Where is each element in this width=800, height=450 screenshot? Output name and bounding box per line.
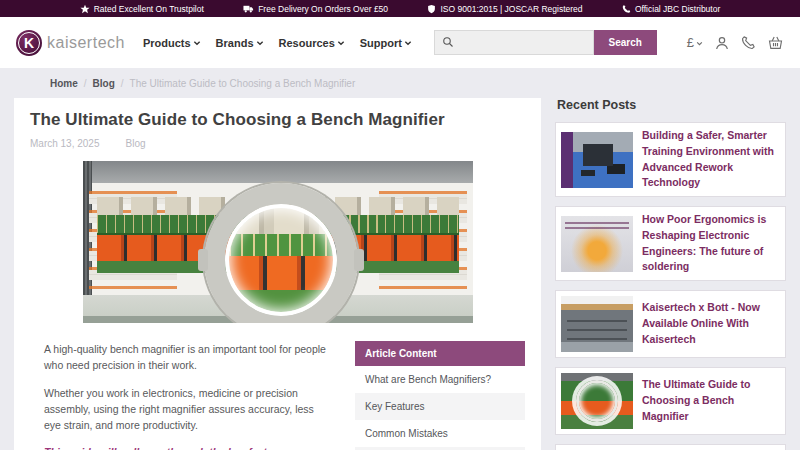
search-icon — [442, 34, 454, 52]
breadcrumb-separator: / — [121, 78, 124, 89]
toc-header: Article Content — [355, 341, 525, 366]
chevron-down-icon — [256, 37, 264, 49]
header-icon-group: £ — [687, 35, 784, 51]
currency-symbol: £ — [687, 35, 694, 50]
topbar-trustpilot-link[interactable]: Rated Excellent On Trustpilot — [80, 4, 204, 14]
phone-icon — [622, 4, 631, 14]
nav-label: Support — [360, 37, 402, 49]
article-date: March 13, 2025 — [30, 138, 100, 149]
chevron-down-icon — [193, 37, 201, 49]
magnifier-ring — [204, 183, 358, 323]
recent-post-link[interactable]: Introducing Vision Engineering's New 4K … — [555, 444, 786, 450]
nav-products[interactable]: Products — [143, 37, 201, 49]
account-icon[interactable] — [714, 35, 730, 51]
phone-icon[interactable] — [741, 35, 756, 50]
post-thumbnail — [561, 216, 633, 272]
toc-item-key-features[interactable]: Key Features — [355, 393, 525, 420]
nav-label: Brands — [216, 37, 254, 49]
page-title: The Ultimate Guide to Choosing a Bench M… — [30, 110, 525, 130]
article-content-box: Article Content What are Bench Magnifier… — [355, 341, 525, 450]
search-bar: Search — [434, 30, 657, 55]
recent-post-link[interactable]: How Poor Ergonomics is Reshaping Electro… — [555, 206, 786, 281]
brand-name: kaisertech — [47, 34, 125, 52]
nav-brands[interactable]: Brands — [216, 37, 264, 49]
breadcrumb-home[interactable]: Home — [50, 78, 78, 89]
topbar-delivery-link[interactable]: Free Delivery On Orders Over £50 — [243, 4, 388, 14]
paragraph: Whether you work in electronics, medicin… — [44, 385, 332, 434]
nav-label: Resources — [279, 37, 335, 49]
breadcrumb-current: The Ultimate Guide to Choosing a Bench M… — [130, 78, 356, 89]
topbar-label: Rated Excellent On Trustpilot — [94, 4, 204, 14]
chevron-down-icon — [404, 37, 412, 49]
star-icon — [80, 4, 90, 14]
post-title: Kaisertech x Bott - Now Available Online… — [642, 300, 780, 347]
post-title: How Poor Ergonomics is Reshaping Electro… — [642, 212, 780, 275]
post-title: The Ultimate Guide to Choosing a Bench M… — [642, 377, 780, 424]
post-thumbnail — [561, 132, 633, 188]
post-thumbnail — [561, 296, 633, 352]
highlight-paragraph: This guide will walk you through the key… — [44, 444, 332, 450]
article-category: Blog — [126, 138, 146, 149]
chevron-down-icon — [337, 37, 345, 49]
recent-post-link[interactable]: Kaisertech x Bott - Now Available Online… — [555, 290, 786, 358]
topbar-label: Free Delivery On Orders Over £50 — [258, 4, 388, 14]
nav-resources[interactable]: Resources — [279, 37, 345, 49]
hero-image-bench-magnifier — [83, 161, 473, 323]
utility-topbar: Rated Excellent On Trustpilot Free Deliv… — [0, 0, 800, 17]
main-header: K kaisertech Products Brands Resources S… — [0, 17, 800, 68]
kaisertech-logo[interactable]: K kaisertech — [16, 30, 125, 56]
topbar-label: Official JBC Distributor — [635, 4, 720, 14]
post-title: Building a Safer, Smarter Training Envir… — [642, 128, 780, 191]
sidebar-title: Recent Posts — [557, 98, 786, 112]
basket-icon[interactable] — [767, 35, 784, 51]
toc-item-common-mistakes[interactable]: Common Mistakes — [355, 420, 525, 447]
recent-post-link[interactable]: Building a Safer, Smarter Training Envir… — [555, 122, 786, 197]
topbar-label: ISO 9001:2015 | JOSCAR Registered — [440, 4, 582, 14]
main-nav: Products Brands Resources Support — [143, 37, 412, 49]
article-meta: March 13, 2025 Blog — [30, 138, 525, 149]
post-thumbnail — [561, 373, 633, 429]
truck-icon — [243, 4, 254, 14]
search-input[interactable] — [460, 37, 586, 48]
recent-posts-sidebar: Recent Posts Building a Safer, Smarter T… — [555, 98, 786, 450]
topbar-jbc-link[interactable]: Official JBC Distributor — [622, 4, 720, 14]
chevron-down-icon — [696, 35, 703, 50]
search-button[interactable]: Search — [594, 30, 657, 55]
paragraph: A high-quality bench magnifier is an imp… — [44, 341, 332, 374]
article-body: A high-quality bench magnifier is an imp… — [30, 341, 332, 450]
topbar-iso-link[interactable]: ISO 9001:2015 | JOSCAR Registered — [427, 4, 582, 14]
breadcrumb-blog[interactable]: Blog — [93, 78, 115, 89]
breadcrumb: Home / Blog / The Ultimate Guide to Choo… — [0, 68, 800, 89]
breadcrumb-separator: / — [84, 78, 87, 89]
toc-item-what-are-bench-magnifiers[interactable]: What are Bench Magnifiers? — [355, 366, 525, 393]
currency-selector[interactable]: £ — [687, 35, 703, 50]
recent-post-link[interactable]: The Ultimate Guide to Choosing a Bench M… — [555, 367, 786, 435]
shield-icon — [427, 4, 436, 14]
nav-support[interactable]: Support — [360, 37, 412, 49]
article-card: The Ultimate Guide to Choosing a Bench M… — [14, 98, 541, 450]
nav-label: Products — [143, 37, 191, 49]
hero-machine-edge — [83, 161, 473, 183]
logo-mark-icon: K — [16, 30, 42, 56]
